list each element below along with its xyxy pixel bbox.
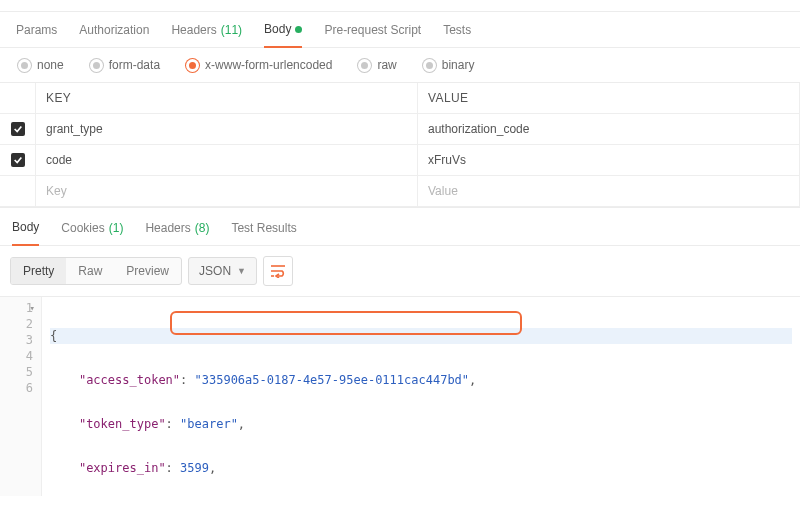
table-row: ≡ code xFruVs <box>0 145 800 176</box>
tab-pre-request-script[interactable]: Pre-request Script <box>324 23 421 47</box>
response-format-value: JSON <box>199 264 231 278</box>
resp-tab-cookies-count: (1) <box>109 221 124 235</box>
radio-raw-label: raw <box>377 58 396 72</box>
resp-tab-body-label: Body <box>12 220 39 234</box>
tab-authorization-label: Authorization <box>79 23 149 37</box>
row-checkbox-cell: ≡ <box>0 145 36 176</box>
tab-authorization[interactable]: Authorization <box>79 23 149 47</box>
gutter-line-number: 3 <box>4 332 33 348</box>
chevron-down-icon: ▼ <box>237 266 246 276</box>
drag-handle-icon[interactable]: ≡ <box>0 153 4 167</box>
radio-icon <box>18 59 31 72</box>
radio-icon <box>358 59 371 72</box>
tab-tests-label: Tests <box>443 23 471 37</box>
code-line: "expires_in": 3599, <box>50 460 792 476</box>
code-line: "token_type": "bearer", <box>50 416 792 432</box>
row-key-input[interactable]: Key <box>36 176 418 207</box>
radio-icon <box>423 59 436 72</box>
tab-body[interactable]: Body <box>264 22 302 48</box>
radio-form-data-label: form-data <box>109 58 160 72</box>
response-code-viewer[interactable]: 1 2 3 4 5 6 { "access_token": "335906a5-… <box>0 296 800 496</box>
gutter-line-number: 2 <box>4 316 33 332</box>
resp-tab-cookies-label: Cookies <box>61 221 104 235</box>
resp-tab-test-results[interactable]: Test Results <box>231 221 296 245</box>
radio-none[interactable]: none <box>18 58 64 72</box>
check-icon <box>13 124 23 134</box>
row-checkbox-cell <box>0 176 36 207</box>
gutter-line-number: 1 <box>4 300 33 316</box>
resp-tab-body[interactable]: Body <box>12 220 39 246</box>
row-key-input[interactable]: code <box>36 145 418 176</box>
gutter-line-number: 4 <box>4 348 33 364</box>
view-mode-pretty[interactable]: Pretty <box>11 258 66 284</box>
radio-icon <box>186 59 199 72</box>
body-type-radio-group: none form-data x-www-form-urlencoded raw… <box>0 48 800 83</box>
tab-headers-label: Headers <box>171 23 216 37</box>
row-value-input[interactable]: xFruVs <box>418 145 800 176</box>
response-tabs: Body Cookies (1) Headers (8) Test Result… <box>0 208 800 246</box>
gutter-line-number: 6 <box>4 380 33 396</box>
dot-indicator-icon <box>295 26 302 33</box>
code-line: { <box>50 328 792 344</box>
row-enabled-checkbox[interactable] <box>11 153 25 167</box>
resp-tab-headers-count: (8) <box>195 221 210 235</box>
tab-tests[interactable]: Tests <box>443 23 471 47</box>
code-content: { "access_token": "335906a5-0187-4e57-95… <box>42 297 800 496</box>
response-format-dropdown[interactable]: JSON ▼ <box>188 257 257 285</box>
row-checkbox-cell <box>0 114 36 145</box>
line-wrap-icon <box>270 264 286 278</box>
resp-tab-test-results-label: Test Results <box>231 221 296 235</box>
table-header-row: KEY VALUE <box>0 83 800 114</box>
table-header-value: VALUE <box>418 83 800 114</box>
code-line: "access_token": "335906a5-0187-4e57-95ee… <box>50 372 792 388</box>
radio-icon <box>90 59 103 72</box>
check-icon <box>13 155 23 165</box>
view-mode-preview[interactable]: Preview <box>114 258 181 284</box>
window-top-strip <box>0 0 800 12</box>
resp-tab-headers-label: Headers <box>145 221 190 235</box>
tab-params[interactable]: Params <box>16 23 57 47</box>
row-value-input[interactable]: Value <box>418 176 800 207</box>
view-mode-segment: Pretty Raw Preview <box>10 257 182 285</box>
response-toolbar: Pretty Raw Preview JSON ▼ <box>0 246 800 296</box>
tab-headers-count: (11) <box>221 23 242 37</box>
table-row-placeholder: Key Value <box>0 176 800 207</box>
radio-binary-label: binary <box>442 58 475 72</box>
radio-binary[interactable]: binary <box>423 58 475 72</box>
resp-tab-cookies[interactable]: Cookies (1) <box>61 221 123 245</box>
table-header-spacer <box>0 83 36 114</box>
line-wrap-button[interactable] <box>263 256 293 286</box>
radio-form-data[interactable]: form-data <box>90 58 160 72</box>
resp-tab-headers[interactable]: Headers (8) <box>145 221 209 245</box>
radio-none-label: none <box>37 58 64 72</box>
table-header-key: KEY <box>36 83 418 114</box>
code-gutter: 1 2 3 4 5 6 <box>0 297 42 496</box>
view-mode-raw[interactable]: Raw <box>66 258 114 284</box>
tab-pre-request-label: Pre-request Script <box>324 23 421 37</box>
request-tabs: Params Authorization Headers (11) Body P… <box>0 12 800 48</box>
tab-params-label: Params <box>16 23 57 37</box>
row-enabled-checkbox[interactable] <box>11 122 25 136</box>
table-row: grant_type authorization_code <box>0 114 800 145</box>
tab-body-label: Body <box>264 22 291 36</box>
gutter-line-number: 5 <box>4 364 33 380</box>
row-value-input[interactable]: authorization_code <box>418 114 800 145</box>
radio-x-www-form-urlencoded[interactable]: x-www-form-urlencoded <box>186 58 332 72</box>
radio-x-www-label: x-www-form-urlencoded <box>205 58 332 72</box>
row-key-input[interactable]: grant_type <box>36 114 418 145</box>
body-params-table: KEY VALUE grant_type authorization_code … <box>0 83 800 208</box>
tab-headers[interactable]: Headers (11) <box>171 23 242 47</box>
radio-raw[interactable]: raw <box>358 58 396 72</box>
